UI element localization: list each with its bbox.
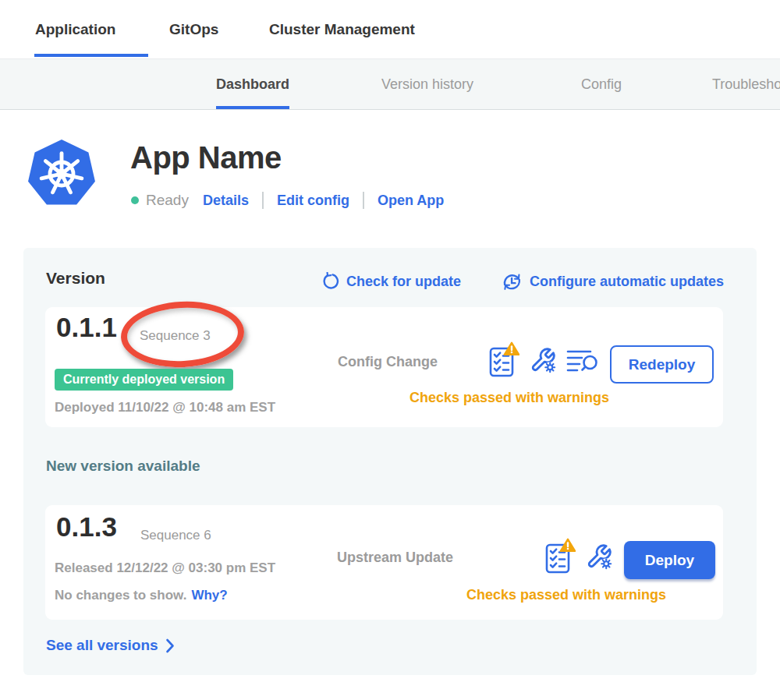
config-wrench-icon[interactable]	[586, 543, 612, 570]
currently-deployed-badge: Currently deployed version	[55, 369, 233, 391]
available-sequence-label: Sequence 6	[140, 528, 211, 543]
tab-dashboard[interactable]: Dashboard	[216, 59, 289, 109]
view-diff-icon[interactable]	[566, 348, 598, 373]
configure-automatic-updates-link[interactable]: Configure automatic updates	[502, 271, 724, 292]
current-sequence-label: Sequence 3	[140, 328, 211, 344]
available-version-number: 0.1.3	[56, 511, 117, 543]
redeploy-button[interactable]: Redeploy	[610, 345, 714, 384]
available-version-card: 0.1.3 Sequence 6 Released 12/12/22 @ 03:…	[45, 505, 723, 620]
preflight-checklist-warning-icon[interactable]	[488, 341, 519, 379]
config-wrench-icon[interactable]	[530, 347, 556, 373]
kubernetes-logo-icon	[27, 137, 96, 210]
checks-status-message[interactable]: Checks passed with warnings	[391, 390, 628, 406]
see-all-versions-label: See all versions	[46, 637, 158, 654]
auto-update-schedule-icon	[502, 271, 523, 292]
checks-status-message[interactable]: Checks passed with warnings	[448, 587, 685, 603]
refresh-icon	[320, 272, 339, 292]
page-title: App Name	[130, 140, 282, 175]
status-ready-dot-icon	[131, 196, 139, 204]
tab-application[interactable]: Application	[35, 0, 115, 58]
new-version-banner: New version available	[46, 458, 200, 475]
details-link[interactable]: Details	[203, 193, 249, 209]
open-app-link[interactable]: Open App	[378, 193, 444, 209]
tab-gitops[interactable]: GitOps	[169, 0, 218, 58]
app-sub-nav: Dashboard Version history Config Trouble…	[0, 58, 780, 110]
why-link[interactable]: Why?	[191, 588, 227, 603]
no-changes-row: No changes to show.Why?	[55, 588, 228, 603]
tab-version-history[interactable]: Version history	[381, 59, 473, 109]
deploy-button[interactable]: Deploy	[624, 541, 715, 579]
version-actions: Check for update Configure automatic upd…	[320, 271, 724, 292]
preflight-checklist-warning-icon[interactable]	[544, 538, 576, 575]
version-source-label: Config Change	[338, 354, 438, 370]
current-version-card: 0.1.1 Sequence 3 Currently deployed vers…	[45, 307, 723, 427]
check-for-update-label: Check for update	[346, 274, 461, 290]
chevron-right-icon	[165, 638, 175, 653]
check-for-update-link[interactable]: Check for update	[320, 272, 461, 292]
version-section-title: Version	[46, 269, 105, 288]
see-all-versions-link[interactable]: See all versions	[46, 637, 175, 654]
divider	[363, 192, 364, 209]
current-version-number: 0.1.1	[56, 312, 117, 343]
version-panel: Version Check for update Configure autom…	[23, 248, 757, 675]
no-changes-text: No changes to show.	[55, 588, 186, 603]
version-source-label: Upstream Update	[337, 550, 453, 566]
divider	[262, 192, 264, 209]
admin-console-screen: Application GitOps Cluster Management Da…	[0, 0, 780, 700]
tab-config[interactable]: Config	[581, 59, 622, 109]
status-label: Ready	[146, 192, 189, 209]
deployed-timestamp: Deployed 11/10/22 @ 10:48 am EST	[55, 400, 275, 415]
version-check-icons	[544, 538, 612, 575]
configure-automatic-updates-label: Configure automatic updates	[530, 274, 724, 290]
released-timestamp: Released 12/12/22 @ 03:30 pm EST	[55, 560, 275, 576]
app-status-row: Ready Details Edit config Open App	[131, 189, 444, 211]
tab-cluster-management[interactable]: Cluster Management	[269, 0, 415, 58]
primary-nav: Application GitOps Cluster Management	[0, 0, 780, 58]
tab-troubleshoot[interactable]: Troubleshoot	[712, 59, 780, 109]
version-check-icons	[488, 341, 598, 379]
edit-config-link[interactable]: Edit config	[277, 193, 349, 209]
